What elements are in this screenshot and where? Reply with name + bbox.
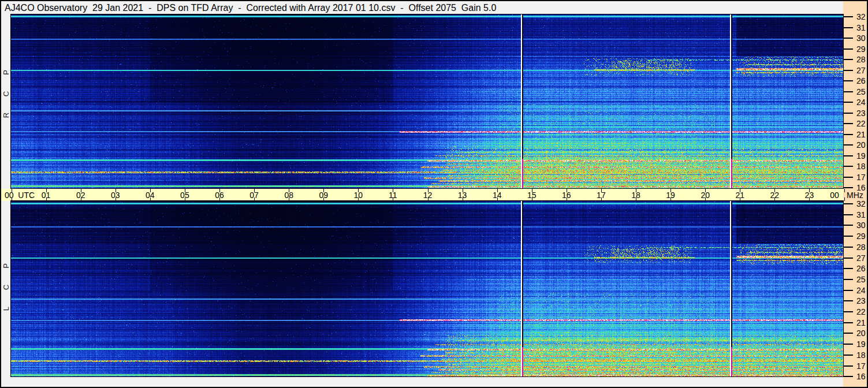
freq-tick-label: 18: [856, 162, 868, 171]
hour-label: 07: [246, 191, 262, 200]
freq-tick: [844, 91, 853, 92]
hour-label: 12: [420, 191, 436, 200]
hour-label: 11: [385, 191, 401, 200]
freq-tick: [844, 355, 853, 356]
freq-tick: [844, 80, 853, 81]
freq-tick: [844, 268, 853, 269]
freq-tick: [844, 236, 853, 237]
freq-tick-label: 28: [856, 55, 868, 64]
hour-tick: [12, 189, 12, 192]
freq-tick-label: 24: [856, 98, 868, 107]
freq-tick-label: 26: [856, 76, 868, 85]
hour-label: 09: [315, 191, 331, 200]
freq-tick-label: 16: [856, 183, 868, 192]
freq-tick-label: 23: [856, 109, 868, 118]
freq-tick-label: 27: [856, 66, 868, 75]
lcp-spectrogram-canvas: [11, 201, 843, 376]
app-window: AJ4CO Observatory 29 Jan 2021 - DPS on T…: [0, 0, 868, 388]
freq-tick: [844, 102, 853, 103]
freq-tick-label: 19: [856, 339, 868, 349]
freq-tick-label: 31: [856, 210, 868, 219]
freq-tick-label: 30: [856, 221, 868, 230]
polarization-label-rcp: R: [2, 111, 10, 120]
freq-tick: [844, 365, 853, 367]
freq-tick: [844, 214, 853, 215]
freq-tick: [844, 59, 853, 60]
time-axis-bar: 00 UTC 010203040506070809101112131415161…: [1, 189, 843, 201]
freq-tick-label: 32: [856, 12, 868, 21]
freq-tick: [844, 155, 853, 156]
freq-tick: [844, 166, 853, 167]
hour-tick: [844, 197, 845, 201]
freq-tick: [844, 48, 853, 50]
hour-label: 20: [697, 191, 713, 200]
hour-label: 21: [732, 191, 748, 200]
freq-tick: [844, 38, 853, 39]
freq-tick-label: 22: [856, 119, 868, 128]
freq-tick: [844, 258, 853, 259]
freq-tick-label: 24: [856, 286, 868, 295]
polarization-label-rcp: C: [2, 89, 10, 98]
hour-label: 22: [766, 191, 783, 200]
hour-label: 01: [38, 191, 54, 200]
freq-tick-label: 27: [856, 253, 868, 263]
freq-tick-label: 20: [856, 140, 868, 150]
freq-tick: [844, 333, 853, 334]
polarization-label-lcp: C: [2, 283, 10, 292]
freq-tick: [844, 144, 853, 146]
freq-tick: [844, 247, 853, 248]
polarization-label-lcp: P: [2, 262, 10, 270]
freq-tick-label: 19: [856, 151, 868, 161]
freq-tick: [844, 376, 853, 377]
freq-tick-label: 25: [856, 275, 868, 284]
hour-label: 06: [211, 191, 228, 200]
freq-tick: [844, 113, 853, 114]
freq-tick: [844, 290, 853, 291]
freq-tick: [844, 203, 853, 204]
freq-tick-label: 18: [856, 350, 868, 360]
rcp-spectrogram-canvas: [11, 14, 843, 188]
hour-label: 18: [628, 191, 644, 200]
hour-label: 23: [801, 191, 817, 200]
freq-tick-label: 30: [856, 33, 868, 43]
hour-label: 02: [73, 191, 89, 200]
freq-tick: [844, 123, 853, 124]
freq-tick-label: 17: [856, 361, 868, 371]
lcp-spectrogram-panel: [10, 200, 844, 377]
freq-tick-label: 16: [856, 372, 868, 381]
freq-tick-label: 26: [856, 264, 868, 273]
hour-label: 16: [558, 191, 575, 200]
hour-label: 13: [455, 191, 471, 200]
time-axis-end-label: 00: [826, 191, 843, 200]
freq-tick-label: 32: [856, 199, 868, 208]
window-content: AJ4CO Observatory 29 Jan 2021 - DPS on T…: [1, 1, 867, 387]
hour-label: 19: [662, 191, 679, 200]
freq-tick: [844, 225, 853, 226]
freq-tick-label: 28: [856, 242, 868, 252]
freq-tick-label: 17: [856, 173, 868, 182]
hour-label: 17: [593, 191, 609, 200]
page-title: AJ4CO Observatory 29 Jan 2021 - DPS on T…: [5, 2, 496, 14]
hour-label: 15: [524, 191, 540, 200]
freq-tick: [844, 311, 853, 312]
polarization-label-rcp: P: [2, 68, 10, 77]
freq-tick-label: 21: [856, 130, 868, 139]
freq-tick-label: 22: [856, 307, 868, 316]
freq-tick: [844, 27, 853, 28]
freq-tick: [844, 322, 853, 323]
freq-tick-label: 23: [856, 296, 868, 305]
time-axis-start-label: 00 UTC: [5, 191, 35, 200]
freq-tick-label: 20: [856, 329, 868, 338]
freq-tick-label: 31: [856, 23, 868, 32]
freq-tick: [844, 300, 853, 301]
hour-label: 03: [107, 191, 124, 200]
freq-tick: [844, 279, 853, 280]
freq-tick-label: 29: [856, 232, 868, 241]
hour-label: 14: [489, 191, 505, 200]
freq-tick-label: 25: [856, 87, 868, 96]
hour-label: 05: [177, 191, 193, 200]
freq-tick: [844, 187, 853, 188]
freq-tick-label: 29: [856, 44, 868, 54]
freq-tick: [844, 344, 853, 345]
hour-label: 10: [350, 191, 366, 200]
